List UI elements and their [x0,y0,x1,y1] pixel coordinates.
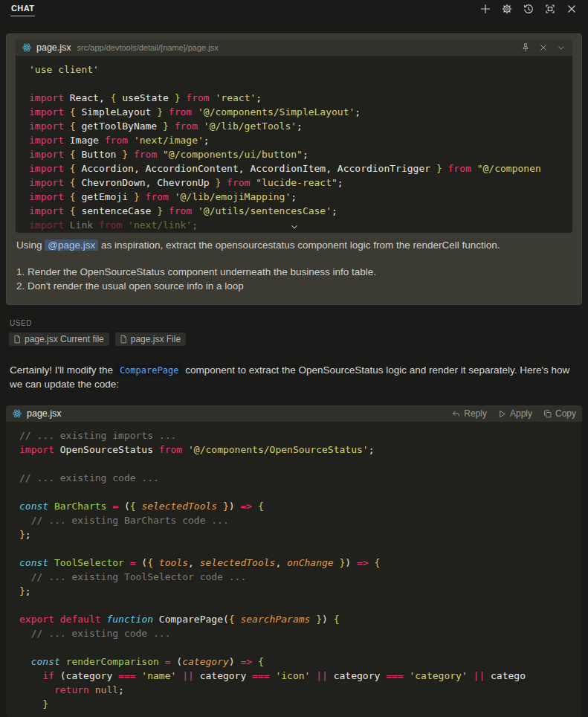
user-message-text: Using @page.jsx as inspiration, extract … [16,238,572,293]
file-name: page.jsx [27,408,62,419]
file-icon [119,335,128,344]
code-line: // ... existing BarCharts code ... [19,513,582,527]
code-content: // ... existing imports ...import OpenSo… [6,422,582,717]
code-line: 'use client' [29,62,572,77]
used-chip-file[interactable]: page.jsx File [115,332,186,346]
code-line: import Image from 'next/image'; [29,133,572,147]
code-line: return null; [19,683,582,697]
file-name: page.jsx [36,42,71,53]
code-line: import { Button } from "@/components/ui/… [29,147,572,161]
copy-icon [543,409,552,419]
code-line: const ToolSelector = ({ tools, selectedT… [19,556,582,570]
new-chat-icon[interactable] [479,3,491,15]
expand-code-chevron-icon[interactable] [289,222,300,232]
code-line: }; [19,584,582,598]
react-icon [22,42,32,53]
copy-button[interactable]: Copy [543,408,576,419]
chip-label: page.jsx Current file [25,334,104,344]
topbar-actions [479,2,578,15]
history-icon[interactable] [523,3,534,15]
file-path: src/app/devtools/detail/[name]/page.jsx [77,43,219,52]
code-line: // ... existing ToolSelector code ... [19,570,582,584]
inline-code-compare-page: ComparePage [116,364,182,376]
code-line: } [19,697,582,711]
user-message-line: Using @page.jsx as inspiration, extract … [16,238,572,252]
code-line: import { getEmoji } from '@/lib/emojiMap… [29,190,572,204]
code-line: const BarCharts = ({ selectedTools }) =>… [19,499,582,513]
chat-panel-topbar: CHAT [0,0,588,18]
gear-icon[interactable] [501,3,513,15]
code-line: // ... existing code ... [19,471,582,485]
close-icon[interactable] [538,42,549,53]
file-icon [13,335,22,344]
code-block-header: page.jsx Reply Apply Copy [6,405,582,422]
code-line: const renderComparison = (category) => { [19,655,582,669]
file-mention[interactable]: @page.jsx [45,239,98,251]
reply-icon [451,409,461,419]
code-line: if (category === 'name' || category === … [19,669,582,683]
code-line: }; [19,527,582,541]
action-label: Apply [510,408,532,419]
code-line: // ... existing code ... [19,626,582,640]
chevron-down-icon[interactable] [556,42,566,53]
action-label: Copy [555,408,576,419]
code-line: import { Accordion, AccordionContent, Ac… [29,161,572,176]
code-line: export default function ComparePage({ se… [19,612,582,626]
code-actions: Reply Apply Copy [451,408,576,419]
code-line: import { sentenceCase } from '@/utils/se… [29,204,572,218]
code-line [29,77,572,91]
used-chips: page.jsx Current file page.jsx File [9,332,186,346]
pin-icon[interactable] [520,42,531,53]
code-content: 'use client' import React, { useState } … [16,56,572,233]
code-line [19,457,582,471]
assistant-code-block: page.jsx Reply Apply Copy // ... [6,405,582,717]
play-icon [497,409,507,419]
attached-file-code-block: page.jsx src/app/devtools/detail/[name]/… [16,39,572,233]
code-line: import React, { useState } from 'react'; [29,91,572,105]
code-line [19,485,582,499]
user-message-list: 1. Render the OpenSourceStatus component… [16,265,572,293]
user-message-card: page.jsx src/app/devtools/detail/[name]/… [6,33,582,305]
code-line: import OpenSourceStatus from '@/componen… [19,443,582,457]
code-line [19,598,582,612]
code-line: import { ChevronDown, ChevronUp } from "… [29,176,572,190]
react-icon [12,408,22,419]
list-item: 2. Don't render the usual open source in… [16,279,572,293]
reply-button[interactable]: Reply [451,408,487,419]
tab-chat[interactable]: CHAT [10,2,35,16]
open-in-editor-icon[interactable] [544,3,556,15]
apply-button[interactable]: Apply [497,408,532,419]
code-line [19,640,582,655]
used-label: USED [10,319,32,327]
action-label: Reply [464,408,487,419]
code-block-header[interactable]: page.jsx src/app/devtools/detail/[name]/… [16,39,572,56]
used-chip-current-file[interactable]: page.jsx Current file [9,332,109,346]
close-icon[interactable] [566,3,578,15]
code-line: // ... existing imports ... [19,428,582,443]
list-item: 1. Render the OpenSourceStatus component… [16,265,572,279]
assistant-message-text: Certainly! I'll modify the ComparePage c… [10,364,579,391]
code-line: import { SimpleLayout } from '@/componen… [29,105,572,119]
code-line: import { getToolByName } from '@/lib/get… [29,119,572,133]
code-line: import Link from 'next/link'; [29,218,572,232]
code-line [19,541,582,556]
chip-label: page.jsx File [131,334,181,344]
